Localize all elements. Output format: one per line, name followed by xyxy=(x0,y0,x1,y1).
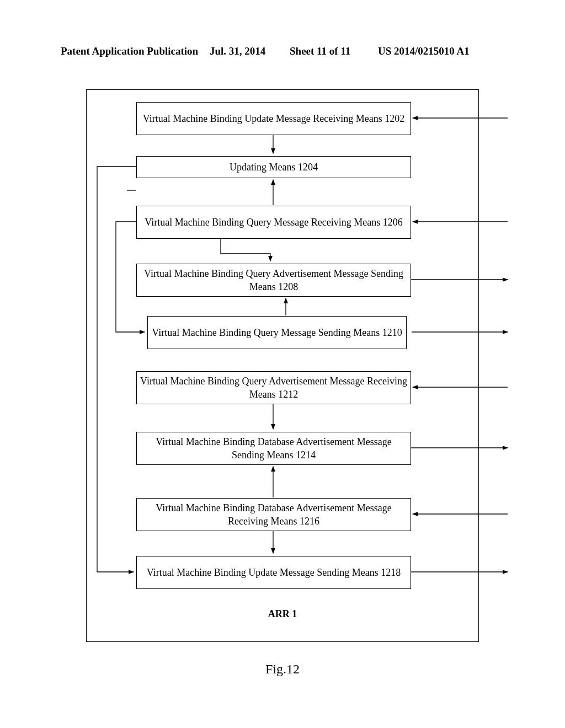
box-1210: Virtual Machine Binding Query Message Se… xyxy=(147,316,407,349)
box-1204-label: Updating Means 1204 xyxy=(230,160,318,174)
header-pubno: US 2014/0215010 A1 xyxy=(378,45,470,57)
box-1218-label: Virtual Machine Binding Update Message S… xyxy=(147,566,401,579)
box-1202: Virtual Machine Binding Update Message R… xyxy=(136,102,411,135)
box-1208-label: Virtual Machine Binding Query Advertisem… xyxy=(140,267,407,294)
box-1206-label: Virtual Machine Binding Query Message Re… xyxy=(145,216,402,229)
box-1204: Updating Means 1204 xyxy=(136,156,411,178)
box-1216-label: Virtual Machine Binding Database Adverti… xyxy=(140,501,407,528)
header-date: Jul. 31, 2014 xyxy=(210,45,265,57)
figure-label: Fig.12 xyxy=(0,662,565,677)
box-1206: Virtual Machine Binding Query Message Re… xyxy=(136,206,411,239)
box-1202-label: Virtual Machine Binding Update Message R… xyxy=(143,112,404,125)
box-1212-label: Virtual Machine Binding Query Advertisem… xyxy=(140,374,407,402)
box-1208: Virtual Machine Binding Query Advertisem… xyxy=(136,264,411,297)
header-sheet: Sheet 11 of 11 xyxy=(290,45,350,57)
header-publication: Patent Application Publication xyxy=(61,45,198,57)
box-1210-label: Virtual Machine Binding Query Message Se… xyxy=(152,326,402,339)
box-1212: Virtual Machine Binding Query Advertisem… xyxy=(136,371,411,404)
box-1214-label: Virtual Machine Binding Database Adverti… xyxy=(140,435,407,462)
outer-container: Virtual Machine Binding Update Message R… xyxy=(86,89,479,642)
box-1214: Virtual Machine Binding Database Adverti… xyxy=(136,432,411,465)
box-1216: Virtual Machine Binding Database Adverti… xyxy=(136,498,411,531)
page: Patent Application Publication Jul. 31, … xyxy=(0,0,565,728)
arr-label: ARR 1 xyxy=(87,608,478,620)
box-1218: Virtual Machine Binding Update Message S… xyxy=(136,556,411,589)
